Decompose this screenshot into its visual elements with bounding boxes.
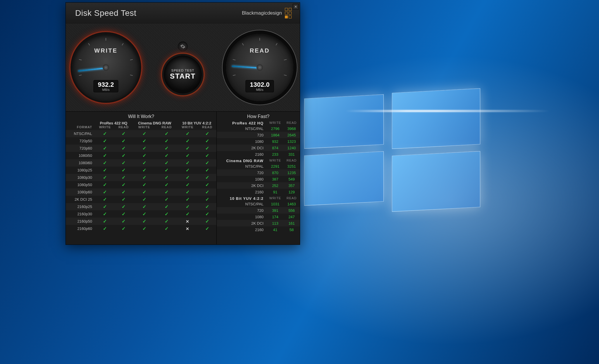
check-cell: ✓ [132, 137, 156, 145]
format-label: 2K DCI [217, 183, 267, 188]
check-cell: ✓ [95, 181, 115, 188]
check-icon: ✓ [122, 204, 125, 209]
check-cell: ✓ [177, 210, 198, 218]
read-gauge-label: READ [226, 47, 293, 54]
check-cell: ✓ [156, 159, 177, 167]
format-label: 2K DCI 25 [66, 196, 95, 203]
check-icon: ✓ [165, 219, 168, 224]
will-it-work-title: Will It Work? [66, 112, 216, 121]
check-cell: ✓ [95, 225, 115, 232]
read-fps: 129 [283, 190, 300, 194]
format-label: 2160p50 [66, 218, 95, 225]
format-label: 1080 [217, 139, 267, 144]
table-row: 720391556 [217, 207, 300, 214]
check-cell: ✓ [95, 210, 115, 218]
check-cell: ✓ [198, 159, 216, 167]
write-fps: 41 [267, 228, 283, 232]
light-streak [345, 110, 550, 112]
disk-speed-test-window: ✕ Disk Speed Test Blackmagicdesign WRITE [66, 2, 300, 245]
check-icon: ✓ [103, 219, 107, 224]
start-line2: START [170, 72, 196, 80]
subcol-header: READ [198, 125, 216, 130]
codec-group: 10 Bit YUV 4:2:2WRITEREADNTSC/PAL1031146… [217, 196, 300, 233]
check-cell: ✓ [177, 188, 198, 196]
read-fps: 556 [283, 208, 300, 213]
check-icon: ✓ [103, 190, 107, 195]
group-name: ProRes 422 HQ [217, 121, 267, 125]
check-icon: ✓ [205, 204, 209, 209]
write-fps: 874 [267, 146, 283, 150]
check-icon: ✓ [122, 146, 125, 151]
check-cell: ✓ [156, 137, 177, 145]
table-row: 1080p25✓✓✓✓✓✓ [66, 167, 216, 174]
check-icon: ✓ [205, 131, 209, 136]
subcol-header: READ [283, 121, 300, 125]
check-icon: ✓ [122, 138, 125, 143]
check-cell: ✓ [95, 218, 115, 225]
titlebar: Disk Speed Test Blackmagicdesign [66, 3, 300, 24]
write-gauge: WRITE 932.2 MB/s [72, 34, 140, 101]
read-fps: 1463 [283, 202, 300, 206]
check-icon: ✓ [165, 131, 168, 136]
check-cell: ✓ [115, 225, 132, 232]
subcol-header: WRITE [132, 125, 156, 130]
table-row: 1080p30✓✓✓✓✓✓ [66, 174, 216, 181]
check-cell: ✓ [115, 181, 132, 188]
subcol-header: READ [283, 196, 300, 201]
group-header: Cinema DNG RAWWRITEREAD [217, 159, 300, 163]
format-label: 2160 [217, 190, 267, 194]
close-button[interactable]: ✕ [293, 4, 299, 10]
table-row: 1080i50✓✓✓✓✓✓ [66, 152, 216, 159]
gauge-panel: WRITE 932.2 MB/s SPEED TEST START [66, 24, 300, 111]
table-row: NTSC/PAL✓✓✓✓✓✓ [66, 130, 216, 137]
check-cell: ✓ [132, 225, 156, 232]
check-icon: ✓ [165, 190, 168, 195]
check-cell: ✓ [177, 137, 198, 145]
table-row: 720p50✓✓✓✓✓✓ [66, 137, 216, 145]
settings-button[interactable] [178, 41, 188, 51]
check-cell: ✓ [177, 174, 198, 181]
write-readout: 932.2 MB/s [93, 80, 118, 92]
check-cell: ✓ [198, 137, 216, 145]
check-icon: ✓ [142, 168, 146, 173]
table-row: 2160p60✓✓✓✓✕✓ [66, 225, 216, 232]
check-icon: ✓ [122, 226, 125, 231]
read-fps: 549 [283, 177, 300, 181]
check-icon: ✓ [205, 146, 209, 151]
read-fps: 331 [283, 152, 300, 157]
check-icon: ✓ [165, 175, 168, 180]
check-icon: ✓ [122, 212, 125, 216]
read-unit: MB/s [250, 88, 269, 91]
format-header: FORMAT [66, 125, 95, 130]
check-cell: ✓ [198, 210, 216, 218]
format-label: 2K DCI [217, 221, 267, 226]
brand: Blackmagicdesign [242, 8, 292, 18]
read-fps: 2645 [283, 133, 300, 137]
start-button[interactable]: SPEED TEST START [164, 56, 202, 93]
read-value: 1302.0 [250, 82, 269, 88]
table-row: 21604158 [217, 226, 300, 233]
check-icon: ✓ [205, 197, 209, 202]
check-icon: ✓ [165, 146, 168, 151]
check-cell: ✓ [156, 218, 177, 225]
check-icon: ✓ [186, 175, 190, 180]
check-icon: ✓ [142, 190, 146, 195]
check-icon: ✓ [103, 175, 107, 180]
check-icon: ✓ [103, 160, 107, 165]
check-cell: ✓ [95, 196, 115, 203]
write-fps: 113 [267, 221, 283, 226]
check-icon: ✓ [165, 138, 168, 143]
write-fps: 2291 [267, 164, 283, 169]
check-icon: ✓ [165, 226, 168, 231]
check-icon: ✓ [103, 131, 107, 136]
check-icon: ✓ [186, 153, 190, 158]
format-label: 1080p50 [66, 181, 95, 188]
read-fps: 58 [283, 228, 300, 232]
check-cell: ✓ [156, 181, 177, 188]
subcol-header: READ [156, 125, 177, 130]
table-row: 2K DCI252357 [217, 182, 300, 189]
check-icon: ✓ [165, 197, 168, 202]
subcol-header: WRITE [267, 159, 283, 163]
check-icon: ✓ [165, 204, 168, 209]
check-icon: ✓ [103, 182, 107, 187]
